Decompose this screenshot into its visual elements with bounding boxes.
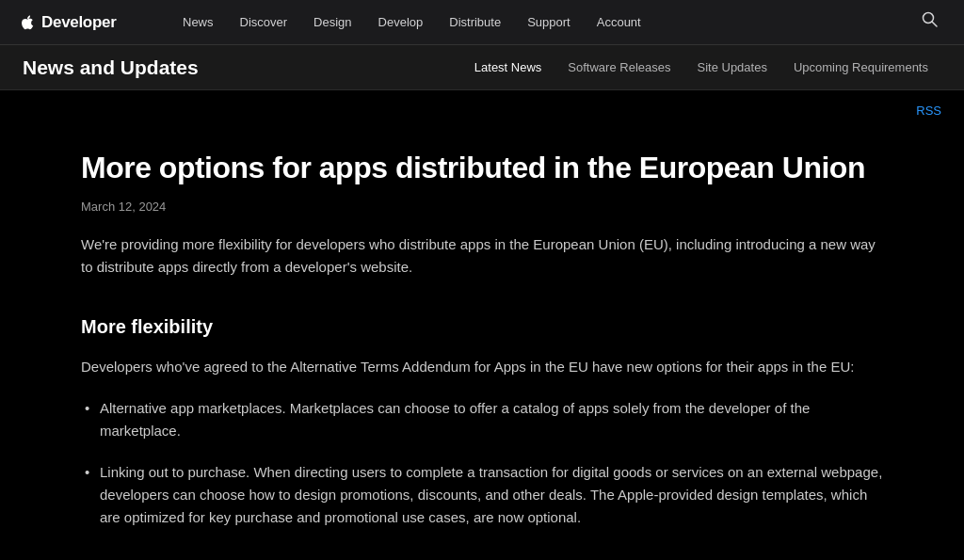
- section-heading-flexibility: More flexibility: [81, 312, 883, 341]
- svg-line-1: [932, 22, 937, 26]
- nav-link-news[interactable]: News: [169, 13, 227, 32]
- sub-nav-links-container: Latest News Software Releases Site Updat…: [461, 58, 941, 77]
- logo-area[interactable]: Developer: [19, 10, 141, 35]
- sub-nav-link-upcoming-requirements[interactable]: Upcoming Requirements: [780, 58, 941, 77]
- sub-nav-link-software-releases[interactable]: Software Releases: [554, 58, 683, 77]
- nav-link-support[interactable]: Support: [514, 13, 584, 32]
- list-item: Linking out to purchase. When directing …: [81, 461, 883, 529]
- article-intro: We're providing more flexibility for dev…: [81, 233, 883, 279]
- nav-link-develop[interactable]: Develop: [365, 13, 437, 32]
- search-icon[interactable]: [914, 11, 945, 33]
- sub-nav-link-site-updates[interactable]: Site Updates: [683, 58, 779, 77]
- nav-link-account[interactable]: Account: [584, 13, 654, 32]
- rss-bar: RSS: [0, 90, 964, 132]
- apple-logo-icon: [19, 14, 36, 31]
- bullet-list: Alternative app marketplaces. Marketplac…: [81, 397, 883, 529]
- sub-navigation: News and Updates Latest News Software Re…: [0, 45, 964, 90]
- nav-link-design[interactable]: Design: [300, 13, 364, 32]
- nav-links-container: News Discover Design Develop Distribute …: [169, 13, 914, 32]
- developer-brand-label: Developer: [41, 10, 117, 35]
- article-date: March 12, 2024: [81, 198, 883, 216]
- article-title: More options for apps distributed in the…: [81, 151, 883, 185]
- page-title: News and Updates: [23, 53, 461, 83]
- nav-link-distribute[interactable]: Distribute: [436, 13, 514, 32]
- section-body-flexibility: Developers who've agreed to the Alternat…: [81, 356, 883, 378]
- sub-nav-link-latest-news[interactable]: Latest News: [461, 58, 555, 77]
- main-content: More options for apps distributed in the…: [58, 132, 906, 561]
- rss-link[interactable]: RSS: [916, 102, 941, 120]
- top-navigation: Developer News Discover Design Develop D…: [0, 0, 964, 45]
- nav-link-discover[interactable]: Discover: [227, 13, 301, 32]
- list-item: Alternative app marketplaces. Marketplac…: [81, 397, 883, 442]
